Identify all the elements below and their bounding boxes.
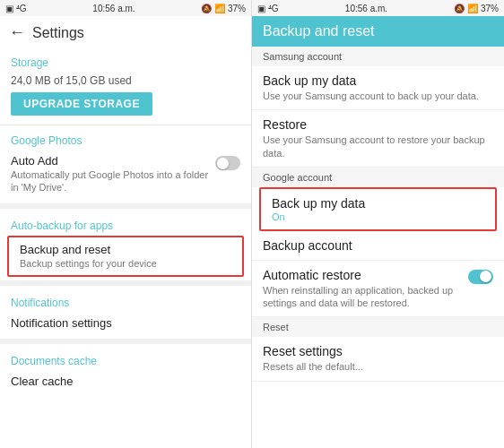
right-restore-subtitle: Use your Samsung account to restore your… [263,134,493,159]
google-backup-highlight: Back up my data On [259,187,497,231]
auto-add-item[interactable]: Auto Add Automatically put Google Photos… [0,149,251,200]
notification-settings-item[interactable]: Notification settings [0,311,251,335]
notification-settings-title: Notification settings [11,316,240,330]
right-status-bar: ▣ ⁴G 10:56 a.m. 🔕 📶 37% [252,0,504,16]
auto-add-subtitle: Automatically put Google Photos into a f… [11,168,215,194]
reset-section-header: Reset [252,317,504,337]
google-photos-label: Google Photos [0,127,251,149]
right-restore-title: Restore [263,117,493,132]
samsung-account-section-header: Samsung account [252,47,504,66]
reset-settings-subtitle: Resets all the default... [263,360,493,373]
upgrade-storage-button[interactable]: UPGRADE STORAGE [11,92,152,116]
left-content: Storage 24,0 MB of 15,0 GB used UPGRADE … [0,49,251,448]
reset-settings-title: Reset settings [263,344,493,358]
notifications-label: Notifications [0,289,251,311]
documents-cache-label: Documents cache [0,348,251,369]
google-back-up-data-item[interactable]: Back up my data On [261,189,495,229]
automatic-restore-title: Automatic restore [263,268,468,282]
backup-account-title: Backup account [263,238,493,253]
left-header: ← Settings [0,16,251,49]
reset-settings-item[interactable]: Reset settings Resets all the default... [252,337,504,381]
auto-add-title: Auto Add [11,154,215,168]
right-status-time: 10:56 a.m. [345,4,387,13]
google-back-up-data-status: On [272,211,484,222]
left-panel: ▣ ⁴G 10:56 a.m. 🔕 📶 37% ← Settings Stora… [0,0,252,448]
right-content: Samsung account Back up my data Use your… [252,47,504,448]
right-restore-item[interactable]: Restore Use your Samsung account to rest… [252,110,504,168]
right-header: Backup and reset [252,16,504,47]
google-account-section-header: Google account [252,168,504,187]
storage-used-text: 24,0 MB of 15,0 GB used [0,71,251,89]
backup-reset-subtitle: Backup settings for your device [20,257,231,270]
backup-reset-highlight: Backup and reset Backup settings for you… [7,236,244,277]
backup-reset-item[interactable]: Backup and reset Backup settings for you… [9,237,242,275]
section-divider-2 [0,280,251,286]
right-back-up-data-item[interactable]: Back up my data Use your Samsung account… [252,66,504,110]
right-status-right-icons: 🔕 📶 37% [454,4,499,13]
right-status-left-icons: ▣ ⁴G [257,4,279,13]
auto-add-toggle[interactable] [215,156,240,170]
left-status-time: 10:56 a.m. [92,4,135,13]
automatic-restore-subtitle: When reinstalling an application, backed… [263,284,468,310]
automatic-restore-item[interactable]: Automatic restore When reinstalling an a… [252,261,504,318]
left-status-bar: ▣ ⁴G 10:56 a.m. 🔕 📶 37% [0,0,251,16]
google-back-up-data-title: Back up my data [272,196,484,211]
section-divider-1 [0,203,251,209]
left-header-title: Settings [32,25,84,41]
auto-backup-label: Auto-backup for apps [0,212,251,234]
section-divider-3 [0,339,251,344]
backup-reset-title: Backup and reset [20,243,231,256]
clear-cache-item[interactable]: Clear cache [0,369,251,393]
right-back-up-data-subtitle: Use your Samsung account to back up your… [263,90,493,102]
right-panel: ▣ ⁴G 10:56 a.m. 🔕 📶 37% Backup and reset… [252,0,504,448]
clear-cache-title: Clear cache [11,375,240,388]
right-back-up-data-title: Back up my data [263,73,493,88]
divider-1 [0,125,251,125]
back-button[interactable]: ← [9,23,25,42]
storage-section-label: Storage [0,49,251,71]
backup-account-item[interactable]: Backup account [252,231,504,261]
left-status-right-icons: 🔕 📶 37% [201,4,246,13]
left-status-left-icons: ▣ ⁴G [5,4,27,13]
automatic-restore-toggle[interactable] [468,270,493,284]
right-header-title: Backup and reset [263,23,375,39]
